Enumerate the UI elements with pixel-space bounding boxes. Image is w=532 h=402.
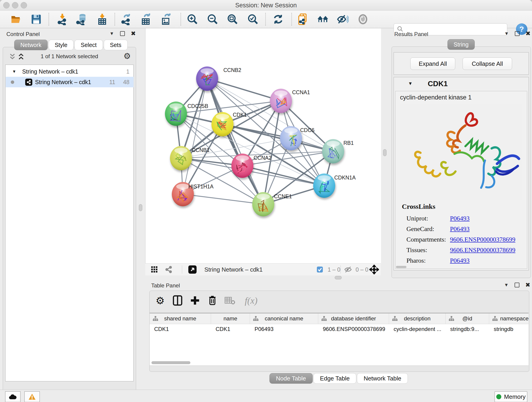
export-image-icon[interactable] <box>160 13 172 25</box>
zoom-fit-icon[interactable] <box>227 13 239 25</box>
right-splitter-handle[interactable] <box>383 149 386 156</box>
crosslink-value-link[interactable]: 9606.ENSP00000378699 <box>450 246 515 254</box>
warning-status-button[interactable] <box>24 391 40 402</box>
left-splitter-handle[interactable] <box>139 204 142 211</box>
zoom-selected-icon[interactable] <box>247 13 259 25</box>
network-node-CDC6[interactable] <box>280 126 302 150</box>
horizontal-splitter-handle[interactable] <box>335 276 342 279</box>
column-header-id[interactable]: @id <box>446 313 489 324</box>
zoom-out-icon[interactable] <box>207 13 219 25</box>
tab-select[interactable]: Select <box>75 40 103 50</box>
network-node-CCNB2[interactable] <box>196 66 218 91</box>
pan-move-icon[interactable] <box>369 264 379 275</box>
save-session-icon[interactable] <box>30 13 42 25</box>
tab-sets[interactable]: Sets <box>104 40 128 50</box>
import-network-file-icon[interactable] <box>56 13 68 25</box>
network-canvas[interactable]: CCNB2CCNA1CDC25BCDK1CDC6RB1CCNB1CCNA2CDK… <box>145 28 381 263</box>
crosslink-value-link[interactable]: 9606.ENSP00000378699 <box>450 236 515 243</box>
gene-section-header[interactable]: ▼ CDK1 <box>394 77 529 90</box>
column-header-database-identifier[interactable]: database identifier <box>318 313 389 324</box>
hidden-eye-slash-icon[interactable] <box>344 264 352 275</box>
column-header-shared-name[interactable]: shared name <box>150 313 211 324</box>
close-panel-icon[interactable]: ✖ <box>131 31 136 36</box>
network-edge-CDK1-RB1[interactable] <box>222 124 333 151</box>
section-collapse-icon[interactable]: ▼ <box>408 81 413 86</box>
tab-edge-table[interactable]: Edge Table <box>313 373 356 384</box>
panel-menu-icon[interactable]: ▼ <box>109 31 114 36</box>
network-options-gear-icon[interactable]: ⚙ <box>123 51 131 61</box>
network-edge-HIST1H1A-CCNB2[interactable] <box>183 79 207 194</box>
show-columns-icon[interactable] <box>171 294 184 307</box>
export-table-icon[interactable] <box>140 13 152 25</box>
crosslink-value-link[interactable]: P06493 <box>450 215 470 222</box>
refresh-view-icon[interactable] <box>272 13 284 25</box>
tree-collapse-icon[interactable]: ▼ <box>12 69 16 74</box>
birds-eye-view-icon[interactable] <box>188 264 197 275</box>
expand-all-button[interactable]: Expand All <box>410 57 455 70</box>
houses-icon[interactable] <box>317 13 329 25</box>
network-edge-HIST1H1A-CCNE1[interactable] <box>183 194 263 204</box>
cell-namespace[interactable]: stringdb <box>489 324 529 334</box>
tab-network[interactable]: Network <box>14 40 48 50</box>
network-edge-CCNB2-CCNE1[interactable] <box>207 79 263 204</box>
import-network-database-icon[interactable] <box>76 13 88 25</box>
network-node-CDKN1A[interactable] <box>313 173 335 198</box>
tab-network-table[interactable]: Network Table <box>357 373 408 384</box>
tab-style[interactable]: Style <box>49 40 74 50</box>
float-panel-icon[interactable] <box>515 283 519 287</box>
open-session-icon[interactable] <box>10 13 22 25</box>
tab-string[interactable]: String <box>447 39 475 50</box>
cell-database-identifier[interactable]: 9606.ENSP00000378699 <box>318 324 389 334</box>
cell-shared-name[interactable]: CDK1 <box>150 324 211 334</box>
add-column-icon[interactable] <box>189 294 201 307</box>
delete-table-icon[interactable] <box>223 294 236 307</box>
network-edge-CCNB2-CCNA1[interactable] <box>207 79 281 101</box>
crosslink-value-link[interactable]: P06493 <box>450 225 470 232</box>
cell-name[interactable]: CDK1 <box>211 324 250 334</box>
cell-id[interactable]: stringdb:9... <box>446 324 489 334</box>
share-view-icon[interactable] <box>165 264 172 275</box>
zoom-in-icon[interactable] <box>186 13 198 25</box>
results-hscrollbar[interactable] <box>396 266 406 268</box>
table-settings-gear-icon[interactable]: ⚙ <box>154 294 167 307</box>
network-node-RB1[interactable] <box>322 139 344 163</box>
panel-menu-icon[interactable]: ▼ <box>504 31 509 36</box>
delete-column-trash-icon[interactable] <box>206 294 219 307</box>
selected-checkbox-icon[interactable] <box>317 264 323 275</box>
close-panel-icon[interactable]: ✖ <box>526 31 531 36</box>
cloud-status-button[interactable] <box>5 391 21 402</box>
column-header-namespace[interactable]: namespace <box>489 313 529 324</box>
float-panel-icon[interactable] <box>120 31 125 36</box>
collapse-all-button[interactable]: Collapse All <box>462 57 512 70</box>
float-panel-icon[interactable] <box>515 31 520 36</box>
function-builder-icon[interactable]: f(x) <box>241 294 261 307</box>
network-from-selection-icon[interactable] <box>297 13 309 25</box>
memory-button[interactable]: Memory <box>494 391 527 402</box>
grid-view-icon[interactable] <box>151 264 158 275</box>
panel-menu-icon[interactable]: ▼ <box>504 282 509 288</box>
table-hscrollbar[interactable] <box>152 361 190 364</box>
network-node-CCNB1[interactable] <box>170 146 192 170</box>
cell-description[interactable]: cyclin-dependent ... <box>389 324 446 334</box>
network-node-CCNA2[interactable] <box>231 153 253 178</box>
network-tree-row-selected[interactable]: String Network – cdk1 11 48 <box>6 77 133 87</box>
footer-separator <box>182 265 182 274</box>
close-panel-icon[interactable]: ✖ <box>525 282 530 288</box>
cell-canonical-name[interactable]: P06493 <box>250 324 318 334</box>
table-row[interactable]: CDK1 CDK1 P06493 9606.ENSP00000378699 cy… <box>150 324 529 334</box>
network-graph[interactable]: CCNB2CCNA1CDC25BCDK1CDC6RB1CCNB1CCNA2CDK… <box>146 28 381 263</box>
eye-icon[interactable] <box>357 13 369 25</box>
hide-eye-icon[interactable] <box>337 13 349 25</box>
network-node-CCNE1[interactable] <box>252 192 274 216</box>
network-node-CCNA1[interactable] <box>270 89 292 113</box>
column-header-description[interactable]: description <box>389 313 446 324</box>
tab-node-table[interactable]: Node Table <box>269 373 313 384</box>
crosslink-value-link[interactable]: P06493 <box>450 257 470 264</box>
export-network-icon[interactable] <box>120 13 132 25</box>
column-header-canonical-name[interactable]: canonical name <box>250 313 318 324</box>
column-header-name[interactable]: name <box>211 313 250 324</box>
import-table-icon[interactable] <box>96 13 108 25</box>
network-node-CDC25B[interactable] <box>165 102 187 126</box>
network-tree-root-row[interactable]: ▼ String Network – cdk1 1 <box>6 66 133 77</box>
network-node-CDK1[interactable] <box>211 112 234 136</box>
